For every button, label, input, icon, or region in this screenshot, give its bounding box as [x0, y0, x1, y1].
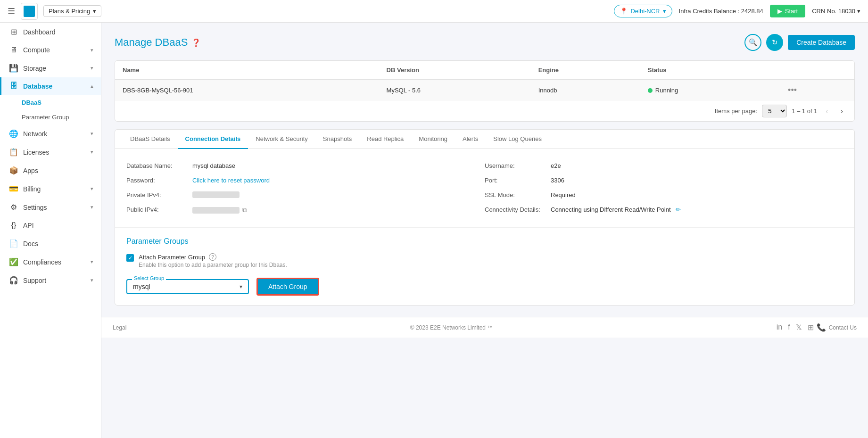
- sidebar-label-compute: Compute: [23, 46, 50, 54]
- sidebar-item-compute[interactable]: 🖥 Compute ▾: [0, 41, 101, 59]
- sidebar-item-database[interactable]: 🗄 Database ▴: [0, 77, 101, 95]
- sidebar-item-dashboard[interactable]: ⊞ Dashboard: [0, 23, 101, 41]
- conn-public-ipv4-value: ⧉: [192, 206, 247, 214]
- hamburger-icon[interactable]: ☰: [8, 6, 15, 17]
- attach-group-button[interactable]: Attach Group: [256, 278, 319, 296]
- contact-icon: 📞: [817, 323, 826, 332]
- sidebar-label-network: Network: [23, 130, 47, 138]
- table-row[interactable]: DBS-8GB-MySQL-56-901 MySQL - 5.6 Innodb …: [115, 80, 854, 101]
- licenses-chevron-icon: ▾: [91, 149, 93, 155]
- attach-help-icon[interactable]: ?: [209, 253, 216, 261]
- conn-ssl-mode-label: SSL Mode:: [485, 191, 551, 198]
- sidebar-label-licenses: Licenses: [23, 149, 49, 156]
- prev-page-button[interactable]: ‹: [822, 105, 832, 117]
- help-icon[interactable]: ❓: [191, 38, 201, 47]
- sidebar-label-settings: Settings: [23, 204, 47, 211]
- sidebar-item-settings[interactable]: ⚙ Settings ▾: [0, 198, 101, 216]
- plans-pricing-button[interactable]: Plans & Pricing ▾: [43, 5, 101, 17]
- database-icon: 🗄: [9, 82, 18, 91]
- footer-legal[interactable]: Legal: [113, 324, 126, 331]
- crn-button[interactable]: CRN No. 18030 ▾: [812, 8, 860, 15]
- network-icon: 🌐: [9, 129, 18, 138]
- search-button[interactable]: 🔍: [744, 34, 761, 51]
- logo: [21, 3, 38, 20]
- start-button[interactable]: ▶ Start: [770, 5, 805, 17]
- refresh-button[interactable]: ↻: [766, 34, 783, 51]
- sidebar-label-docs: Docs: [23, 240, 38, 248]
- more-options-icon[interactable]: •••: [788, 85, 797, 95]
- header-actions: 🔍 ↻ Create Database: [744, 34, 855, 51]
- sidebar-item-api[interactable]: {} API: [0, 216, 101, 234]
- conn-public-ipv4-label: Public IPv4:: [126, 206, 192, 213]
- top-nav: ☰ Plans & Pricing ▾ 📍 Delhi-NCR ▾ Infra …: [0, 0, 868, 23]
- crn-label: CRN No. 18030: [812, 8, 855, 15]
- api-icon: {}: [9, 221, 18, 230]
- conn-password-row: Password: Click here to reset password: [126, 173, 485, 188]
- public-ipv4-blurred: [192, 207, 240, 214]
- linkedin-icon[interactable]: in: [777, 323, 782, 332]
- storage-chevron-icon: ▾: [91, 65, 93, 71]
- sidebar-item-support[interactable]: 🎧 Support ▾: [0, 271, 101, 289]
- location-label: Delhi-NCR: [630, 8, 660, 15]
- per-page-select[interactable]: 5 10 25: [762, 105, 787, 117]
- page-header: Manage DBaaS ❓ 🔍 ↻ Create Database: [115, 34, 855, 51]
- start-icon: ▶: [777, 8, 782, 15]
- tab-snapshots[interactable]: Snapshots: [315, 130, 359, 149]
- footer: Legal © 2023 E2E Networks Limited ™ in f…: [101, 317, 868, 338]
- create-database-button[interactable]: Create Database: [788, 35, 855, 50]
- tab-dbaas-details[interactable]: DBaaS Details: [123, 130, 178, 149]
- connection-details-grid: Database Name: mysql database Password: …: [115, 149, 854, 227]
- sidebar-label-api: API: [23, 222, 34, 229]
- edit-connectivity-icon[interactable]: ✏: [676, 206, 681, 213]
- sidebar-item-network[interactable]: 🌐 Network ▾: [0, 124, 101, 143]
- facebook-icon[interactable]: f: [788, 323, 790, 332]
- twitter-icon[interactable]: 𝕏: [796, 323, 802, 332]
- tab-monitoring[interactable]: Monitoring: [411, 130, 455, 149]
- tab-alerts[interactable]: Alerts: [455, 130, 486, 149]
- copy-icon[interactable]: ⧉: [242, 206, 247, 214]
- sidebar-sub-item-dbaas[interactable]: DBaaS: [0, 95, 101, 110]
- conn-database-name-value: mysql database: [192, 162, 235, 169]
- plans-pricing-chevron-icon: ▾: [93, 8, 96, 15]
- sidebar: ⊞ Dashboard 🖥 Compute ▾ 💾 Storage ▾ 🗄 Da…: [0, 23, 101, 438]
- rss-icon[interactable]: ⊞: [808, 323, 814, 332]
- private-ipv4-blurred: [192, 191, 240, 198]
- conn-port-label: Port:: [485, 177, 551, 184]
- next-page-button[interactable]: ›: [837, 105, 847, 117]
- items-per-page-label: Items per page:: [715, 107, 757, 115]
- conn-private-ipv4-value: [192, 191, 240, 198]
- location-pin-icon: 📍: [620, 8, 628, 15]
- plans-pricing-label: Plans & Pricing: [49, 8, 90, 15]
- sidebar-sub-item-parameter-group[interactable]: Parameter Group: [0, 110, 101, 124]
- location-selector[interactable]: 📍 Delhi-NCR ▾: [614, 5, 672, 17]
- cell-more[interactable]: •••: [780, 80, 854, 101]
- sidebar-label-database: Database: [23, 83, 52, 90]
- sidebar-label-storage: Storage: [23, 65, 46, 72]
- conn-private-ipv4-row: Private IPv4:: [126, 188, 485, 202]
- status-dot: [648, 88, 653, 93]
- contact-us-link[interactable]: Contact Us: [829, 324, 857, 331]
- checkbox-check-icon: ✓: [128, 255, 132, 261]
- sidebar-item-storage[interactable]: 💾 Storage ▾: [0, 59, 101, 77]
- tab-read-replica[interactable]: Read Replica: [359, 130, 411, 149]
- sidebar-item-billing[interactable]: 💳 Billing ▾: [0, 180, 101, 198]
- status-text: Running: [655, 87, 678, 94]
- select-group-chevron-icon: ▾: [240, 283, 242, 290]
- tab-network-security[interactable]: Network & Security: [248, 130, 315, 149]
- attach-parameter-group-checkbox[interactable]: ✓: [126, 254, 134, 262]
- tab-slow-log-queries[interactable]: Slow Log Queries: [486, 130, 549, 149]
- conn-connectivity-value: Connecting using Different Read/Write Po…: [551, 206, 681, 213]
- sidebar-label-billing: Billing: [23, 185, 41, 193]
- select-group-wrapper[interactable]: Select Group mysql ▾: [126, 279, 249, 294]
- conn-password-link[interactable]: Click here to reset password: [192, 177, 270, 184]
- cell-db-version: MySQL - 5.6: [379, 80, 531, 101]
- billing-chevron-icon: ▾: [91, 186, 93, 192]
- col-status: Status: [640, 61, 780, 80]
- conn-port-value: 3306: [551, 177, 564, 184]
- sidebar-item-apps[interactable]: 📦 Apps: [0, 161, 101, 180]
- tab-connection-details[interactable]: Connection Details: [178, 130, 248, 149]
- sidebar-item-compliances[interactable]: ✅ Compliances ▾: [0, 253, 101, 271]
- sidebar-item-licenses[interactable]: 📋 Licenses ▾: [0, 143, 101, 161]
- conn-ssl-mode-value: Required: [551, 191, 576, 198]
- sidebar-item-docs[interactable]: 📄 Docs: [0, 234, 101, 253]
